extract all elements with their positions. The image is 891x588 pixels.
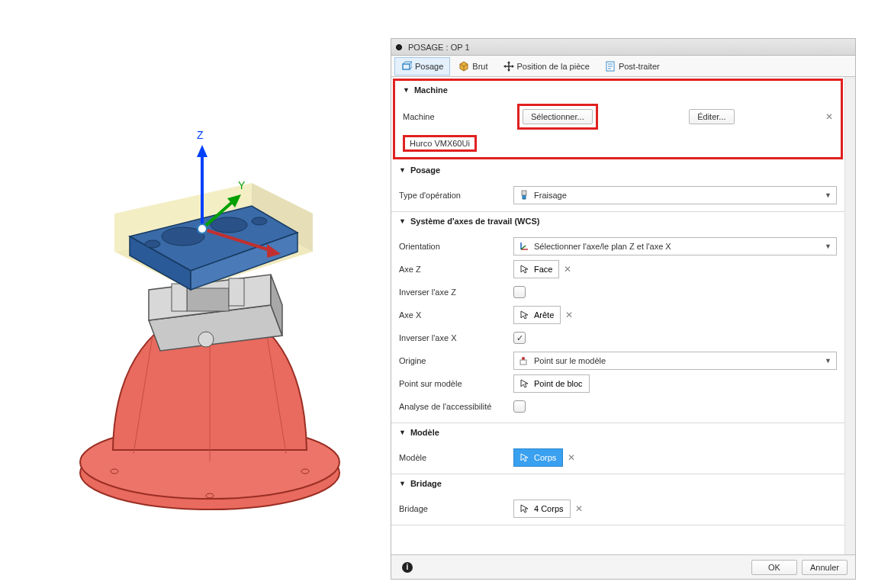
vertical-scrollbar[interactable] <box>844 77 855 554</box>
bridage-label: Bridage <box>399 504 513 513</box>
cancel-button[interactable]: Annuler <box>802 560 848 575</box>
fixture-base <box>80 320 339 509</box>
svg-rect-39 <box>520 360 526 365</box>
tab-posage[interactable]: Posage <box>394 57 450 76</box>
inv-z-label: Inverser l'axe Z <box>399 288 513 297</box>
point-model-icon <box>519 355 529 366</box>
axe-z-label: Axe Z <box>399 265 513 274</box>
svg-point-15 <box>252 217 267 225</box>
svg-rect-8 <box>187 288 229 311</box>
highlight-select: Sélectionner... <box>517 104 598 130</box>
clear-machine-icon[interactable]: ✕ <box>825 111 833 122</box>
tab-posage-label: Posage <box>415 62 443 71</box>
properties-panel: POSAGE : OP 1 Posage Brut Position de la… <box>391 38 856 580</box>
tab-brut-label: Brut <box>472 62 487 71</box>
triangle-down-icon: ▼ <box>399 217 406 225</box>
access-checkbox[interactable] <box>513 400 526 413</box>
axe-z-chip[interactable]: Face <box>513 260 559 278</box>
section-wcs: ▼ Système d'axes de travail (WCS) Orient… <box>391 212 844 423</box>
svg-point-14 <box>145 240 160 248</box>
tab-bar: Posage Brut Position de la pièce Post-tr… <box>391 56 855 77</box>
panel-titlebar[interactable]: POSAGE : OP 1 <box>391 39 855 56</box>
ok-button[interactable]: OK <box>751 560 797 575</box>
svg-rect-35 <box>522 191 526 195</box>
origine-dropdown[interactable]: Point sur le modèle ▼ <box>513 352 837 370</box>
info-icon[interactable]: i <box>402 562 413 573</box>
axe-x-label: Axe X <box>399 310 513 320</box>
svg-rect-10 <box>229 278 244 306</box>
clear-bridage-icon[interactable]: ✕ <box>575 503 583 514</box>
clear-axe-x-icon[interactable]: ✕ <box>565 310 573 320</box>
document-gcode-icon <box>605 61 616 72</box>
svg-point-11 <box>198 332 214 347</box>
modele-label: Modèle <box>399 453 513 462</box>
select-machine-button[interactable]: Sélectionner... <box>523 109 593 124</box>
op-type-label: Type d'opération <box>399 191 513 200</box>
viewport-3d[interactable]: Z Y <box>0 0 389 588</box>
section-modele-head[interactable]: ▼ Modèle <box>391 423 844 442</box>
svg-marker-17 <box>197 145 207 157</box>
clear-modele-icon[interactable]: ✕ <box>568 452 575 463</box>
chevron-down-icon: ▼ <box>825 243 831 250</box>
clear-axe-z-icon[interactable]: ✕ <box>564 264 571 275</box>
section-wcs-head[interactable]: ▼ Système d'axes de travail (WCS) <box>391 212 844 230</box>
orientation-dropdown[interactable]: Sélectionner l'axe/le plan Z et l'axe X … <box>513 237 837 255</box>
section-machine: ▼ Machine Machine Sélectionner... Éditer… <box>393 79 843 159</box>
cursor-icon <box>520 504 529 513</box>
move-icon <box>503 61 514 72</box>
section-bridage-head[interactable]: ▼ Bridage <box>391 474 844 493</box>
op-type-dropdown[interactable]: Fraisage ▼ <box>513 186 837 204</box>
tab-brut[interactable]: Brut <box>452 57 494 76</box>
bridage-chip[interactable]: 4 Corps <box>513 500 571 518</box>
axe-x-chip[interactable]: Arête <box>513 306 561 324</box>
cursor-icon <box>520 265 529 274</box>
triangle-down-icon: ▼ <box>399 480 406 487</box>
cursor-icon <box>520 379 529 388</box>
svg-point-13 <box>211 217 247 233</box>
section-posage: ▼ Posage Type d'opération Fraisage ▼ <box>391 161 844 212</box>
machine-label: Machine <box>403 112 517 121</box>
panel-footer: i OK Annuler <box>391 554 855 579</box>
orientation-label: Orientation <box>399 242 513 251</box>
tab-post-label: Post-traiter <box>619 62 660 71</box>
svg-point-24 <box>198 224 207 233</box>
mill-icon <box>519 190 529 201</box>
section-posage-head[interactable]: ▼ Posage <box>391 161 844 179</box>
svg-text:Z: Z <box>197 129 204 141</box>
section-modele: ▼ Modèle Modèle Corps ✕ <box>391 423 844 474</box>
triangle-down-icon: ▼ <box>399 166 406 174</box>
access-label: Analyse de l'accessibilité <box>399 402 513 411</box>
svg-point-40 <box>522 357 525 360</box>
svg-rect-9 <box>172 284 187 311</box>
inv-x-label: Inverser l'axe X <box>399 333 513 342</box>
origine-label: Origine <box>399 356 513 365</box>
axes-icon <box>519 241 529 252</box>
tab-position[interactable]: Position de la pièce <box>497 57 597 76</box>
cursor-icon <box>520 310 529 320</box>
panel-title: POSAGE : OP 1 <box>408 43 470 52</box>
triangle-down-icon: ▼ <box>399 429 406 436</box>
machine-name: Hurco VMX60Ui <box>403 135 477 152</box>
scroll-area: ▼ Machine Machine Sélectionner... Éditer… <box>391 77 855 554</box>
triangle-down-icon: ▼ <box>403 86 410 94</box>
section-bridage: ▼ Bridage Bridage 4 Corps ✕ <box>391 474 844 525</box>
svg-text:Y: Y <box>238 179 246 191</box>
tab-post[interactable]: Post-traiter <box>598 57 667 76</box>
inv-x-checkbox[interactable] <box>513 332 526 344</box>
box-outline-icon <box>401 61 412 72</box>
tab-position-label: Position de la pièce <box>517 62 590 71</box>
point-label: Point sur modèle <box>399 379 513 388</box>
chevron-down-icon: ▼ <box>825 357 831 365</box>
svg-rect-25 <box>403 64 410 69</box>
collapse-dot-icon <box>396 44 402 50</box>
box-solid-icon <box>458 61 469 72</box>
cursor-icon <box>520 453 529 462</box>
point-chip[interactable]: Point de bloc <box>513 374 590 393</box>
modele-chip[interactable]: Corps <box>513 448 563 467</box>
section-machine-head[interactable]: ▼ Machine <box>395 81 841 99</box>
edit-machine-button[interactable]: Éditer... <box>689 109 734 124</box>
chevron-down-icon: ▼ <box>825 191 831 199</box>
inv-z-checkbox[interactable] <box>513 286 526 298</box>
